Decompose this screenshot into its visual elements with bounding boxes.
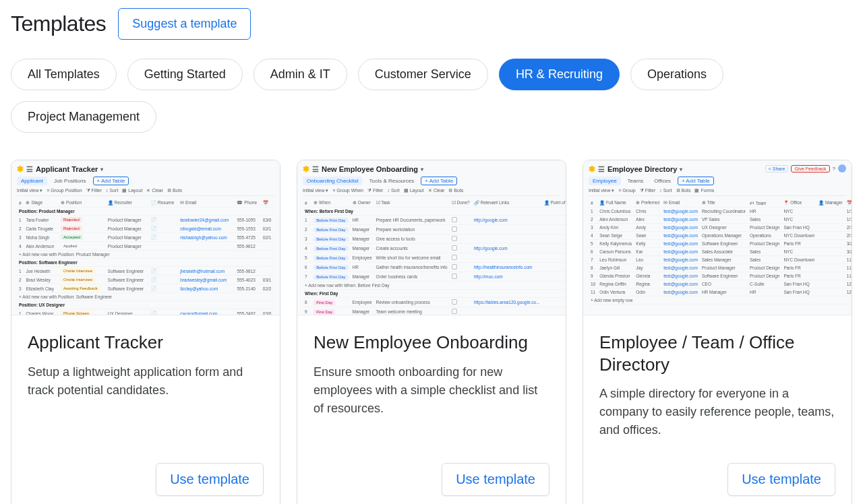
- table-row[interactable]: 2Before First DayManagerPrepare workstat…: [303, 225, 566, 234]
- preview-tab[interactable]: Onboarding Checklist: [303, 177, 362, 185]
- group-header[interactable]: When: First Day: [303, 290, 566, 298]
- toolbar-item[interactable]: ⚙ Bots: [167, 188, 182, 193]
- toolbar-item[interactable]: Initial view ▾: [589, 188, 614, 193]
- avatar[interactable]: [838, 164, 846, 172]
- add-table-button[interactable]: + Add Table: [678, 177, 714, 185]
- preview-tab[interactable]: Offices: [650, 177, 675, 185]
- use-template-button[interactable]: Use template: [442, 463, 549, 496]
- column-header[interactable]: ☑ Done?: [450, 199, 472, 208]
- category-tab-admin-it[interactable]: Admin & IT: [254, 59, 347, 90]
- column-header[interactable]: 📅 Start D: [845, 199, 852, 208]
- use-template-button[interactable]: Use template: [727, 463, 835, 496]
- column-header[interactable]: ⊕ Stage: [24, 199, 59, 208]
- table-row[interactable]: 3Andy KimAndytest@google.comUX DesignerP…: [589, 224, 852, 232]
- table-row[interactable]: 4Before First DayManagerCreate accountsh…: [303, 244, 566, 253]
- table-row[interactable]: 2Carla TirogaleRejectedProduct Manager📄c…: [17, 224, 274, 233]
- category-tab-all-templates[interactable]: All Templates: [11, 59, 117, 90]
- table-row[interactable]: 2Alex AndersonAlextest@google.comVP Sale…: [589, 216, 852, 224]
- preview-tab[interactable]: Job Positions: [50, 177, 90, 185]
- table-row[interactable]: 6Before First DayHRGather health insuran…: [303, 263, 566, 272]
- category-tab-customer-service[interactable]: Customer Service: [358, 59, 488, 90]
- toolbar-item[interactable]: ▦ Layout: [404, 188, 424, 193]
- preview-tab[interactable]: Teams: [624, 177, 648, 185]
- toolbar-item[interactable]: Initial view ▾: [17, 188, 42, 193]
- feedback-button[interactable]: Give Feedback: [791, 165, 829, 172]
- table-row[interactable]: 3Nisha SinghAcceptedProduct Manager📄nish…: [17, 233, 274, 242]
- table-row[interactable]: 5Kelly KalymenosKellytest@google.comSoft…: [589, 240, 852, 248]
- table-row[interactable]: 1Charles WongPhone ScreenUX Designer📄cwo…: [17, 309, 274, 316]
- share-button[interactable]: < Share: [765, 165, 789, 172]
- column-header[interactable]: ⊕ Title: [700, 199, 748, 208]
- use-template-button[interactable]: Use template: [156, 463, 264, 496]
- table-row[interactable]: 4Alex AndersonAppliedProduct Manager555-…: [17, 242, 274, 251]
- column-header[interactable]: ⊕ Owner: [351, 199, 374, 208]
- group-header[interactable]: Position: Software Engineer: [17, 259, 274, 267]
- column-header[interactable]: #: [589, 199, 597, 208]
- table-row[interactable]: 5Before First DayEmployeeWrite short bio…: [303, 253, 566, 263]
- column-header[interactable]: ✉ Email: [661, 199, 700, 208]
- suggest-template-button[interactable]: Suggest a template: [118, 8, 251, 40]
- category-tab-hr-recruiting[interactable]: HR & Recruiting: [499, 59, 620, 90]
- preview-tab[interactable]: Employee: [589, 177, 621, 185]
- add-row[interactable]: + Add new row with When: Before First Da…: [303, 282, 566, 290]
- add-table-button[interactable]: + Add Table: [421, 177, 457, 185]
- table-row[interactable]: 9Glenda PrestonGlendatest@google.comSoft…: [589, 272, 852, 280]
- table-row[interactable]: 1Joe HeskethOnsite InterviewSoftware Eng…: [17, 267, 274, 276]
- help-icon[interactable]: ?: [833, 166, 835, 172]
- table-row[interactable]: 1Chris ColumbusChristest@google.comRecru…: [589, 208, 852, 216]
- toolbar-item[interactable]: ↕ Sort: [106, 188, 118, 193]
- table-row[interactable]: 8Jaelyn GillJaytest@google.comProduct Ma…: [589, 264, 852, 272]
- toolbar-item[interactable]: ⧩ Filter: [86, 188, 102, 193]
- toolbar-item[interactable]: ✕ Clear: [146, 188, 163, 193]
- column-header[interactable]: 📅: [261, 199, 274, 208]
- toolbar-item[interactable]: Initial view ▾: [303, 188, 328, 193]
- toolbar-item[interactable]: ✕ Clear: [428, 188, 445, 193]
- category-tab-operations[interactable]: Operations: [630, 59, 723, 90]
- table-row[interactable]: 1Before First DayHRPrepare HR Documents,…: [303, 216, 566, 225]
- toolbar-item[interactable]: ≡ Group Position: [47, 188, 82, 193]
- toolbar-item[interactable]: ≡ Group: [618, 188, 635, 193]
- toolbar-item[interactable]: ⚙ Bots: [448, 188, 463, 193]
- preview-tab[interactable]: Tools & Resources: [365, 177, 418, 185]
- table-row[interactable]: 3Before First DayManagerGive access to t…: [303, 234, 566, 244]
- column-header[interactable]: 👤 Full Name: [597, 199, 634, 208]
- toolbar-item[interactable]: ↕ Sort: [387, 188, 399, 193]
- group-header[interactable]: Position: Product Manager: [17, 208, 274, 216]
- column-header[interactable]: 👤 Manager: [816, 199, 844, 208]
- table-row[interactable]: 6Carson ParsonsKartest@google.comSales A…: [589, 248, 852, 256]
- column-header[interactable]: ⊕ Position: [59, 199, 106, 208]
- toolbar-item[interactable]: ⚙ Bots: [676, 188, 691, 193]
- column-header[interactable]: ⊕ When: [311, 199, 350, 208]
- add-row[interactable]: + Add new empty row: [589, 296, 852, 305]
- table-row[interactable]: 7Before First DayManagerOrder business c…: [303, 272, 566, 282]
- group-header[interactable]: When: Before First Day: [303, 208, 566, 216]
- column-header[interactable]: ⊕ Preferred: [634, 199, 661, 208]
- category-tab-project-management[interactable]: Project Management: [11, 101, 156, 133]
- column-header[interactable]: 🏷 Team: [748, 199, 781, 208]
- toolbar-item[interactable]: ⧩ Filter: [367, 188, 384, 193]
- toolbar-item[interactable]: ≡ Group When: [332, 188, 363, 193]
- column-header[interactable]: 📄 Resume: [149, 199, 178, 208]
- column-header[interactable]: 👤 Recruiter: [106, 199, 149, 208]
- add-table-button[interactable]: + Add Table: [93, 177, 129, 185]
- column-header[interactable]: 🔗 Relevant Links: [472, 199, 542, 208]
- table-row[interactable]: 3Elizabeth ClayAwaiting FeedbackSoftware…: [17, 284, 274, 293]
- toolbar-item[interactable]: ▦ Forms: [694, 188, 714, 193]
- table-row[interactable]: 10Regina GriffinReginatest@google.comCEO…: [589, 280, 852, 288]
- column-header[interactable]: #: [17, 199, 24, 208]
- category-tab-getting-started[interactable]: Getting Started: [127, 59, 243, 90]
- toolbar-item[interactable]: ↕ Sort: [659, 188, 672, 193]
- table-row[interactable]: 11Odin VenturaOdintest@google.comHR Mana…: [589, 288, 852, 296]
- table-row[interactable]: 8First DayEmployeeReview onboarding proc…: [303, 298, 566, 307]
- column-header[interactable]: #: [303, 199, 311, 208]
- column-header[interactable]: 👤 Point of Contact: [542, 199, 566, 208]
- toolbar-item[interactable]: ▦ Layout: [122, 188, 142, 193]
- table-row[interactable]: 2Brad WesleyOnsite InterviewSoftware Eng…: [17, 276, 274, 284]
- table-row[interactable]: 4Sean SeigeSeantest@google.comOperations…: [589, 232, 852, 240]
- group-header[interactable]: Position: UX Designer: [17, 301, 274, 309]
- column-header[interactable]: 📍 Office: [781, 199, 816, 208]
- table-row[interactable]: 1Tara FowlerRejectedProduct Manager📄tara…: [17, 216, 274, 224]
- toolbar-item[interactable]: ⧩ Filter: [640, 188, 656, 193]
- add-row[interactable]: + Add new row with Position: Product Man…: [17, 251, 274, 259]
- column-header[interactable]: ✉ Email: [178, 199, 235, 208]
